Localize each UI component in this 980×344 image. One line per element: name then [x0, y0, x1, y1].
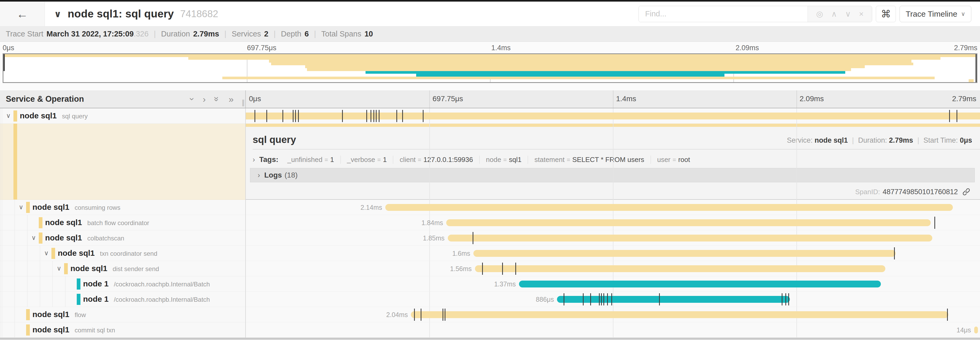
- minimap-tick-label: 1.4ms: [491, 44, 511, 52]
- log-marker: [782, 293, 783, 306]
- log-marker: [949, 110, 950, 122]
- minimap-row: [3, 68, 977, 71]
- span-bar[interactable]: [557, 296, 790, 303]
- summary-label: Depth: [281, 30, 301, 38]
- tree-depth-guide: [2, 276, 2, 291]
- tree-row-dist-sender-send[interactable]: ∨node sql1dist sender send: [0, 261, 245, 276]
- find-prev-icon[interactable]: ∧: [831, 9, 837, 19]
- tree-row-consuming-rows[interactable]: ∨node sql1consuming rows: [0, 200, 245, 215]
- span-color-bar: [26, 309, 30, 320]
- expand-all-icon[interactable]: »: [229, 94, 234, 104]
- locate-icon[interactable]: ◎: [816, 9, 823, 19]
- tree-row--cockroach-roachpb-internal-batch[interactable]: node 1/cockroach.roachpb.Internal/Batch: [0, 292, 245, 307]
- span-service-name: node sql1colbatchscan: [45, 233, 124, 242]
- span-bar[interactable]: [519, 281, 881, 288]
- tags-row[interactable]: › Tags: _unfinished=1_verbose=1client=12…: [253, 153, 975, 166]
- minimap-row: [3, 60, 977, 62]
- span-operation-name: consuming rows: [75, 204, 120, 211]
- separator: |: [852, 136, 854, 144]
- link-icon[interactable]: [962, 187, 970, 196]
- keyboard-shortcuts-button[interactable]: ⌘: [876, 6, 896, 22]
- summary-value: 6: [305, 30, 309, 38]
- tree-depth-guide: [65, 276, 65, 291]
- log-marker: [366, 110, 367, 122]
- find-next-icon[interactable]: ∨: [845, 9, 851, 19]
- span-color-bar: [13, 110, 17, 122]
- log-marker: [659, 293, 660, 306]
- minimap-span-bar: [3, 54, 977, 57]
- detail-divider: [253, 149, 980, 150]
- span-id-value: 4877749850101760812: [883, 188, 958, 196]
- tree-row-txn-coordinator-send[interactable]: ∨node sql1txn coordinator send: [0, 246, 245, 261]
- span-color-bar: [64, 263, 68, 274]
- span-operation-name: flow: [75, 311, 86, 318]
- tree-row-sql-query[interactable]: ∨node sql1sql query: [0, 108, 245, 124]
- timeline-row-4[interactable]: 1.6ms: [246, 246, 980, 261]
- log-marker: [563, 293, 564, 306]
- log-marker: [515, 262, 516, 275]
- trace-header: ← ∨ node sql1: sql query 7418682 ◎ ∧ ∨ ×…: [0, 2, 980, 26]
- span-bar[interactable]: [385, 204, 953, 211]
- column-resize-handle[interactable]: ∥: [242, 99, 245, 107]
- tag-item: node=sql1: [479, 156, 528, 164]
- log-marker: [442, 309, 443, 321]
- span-bar[interactable]: [475, 265, 885, 272]
- timeline-row-9[interactable]: 14μs: [246, 322, 980, 338]
- back-button[interactable]: ←: [0, 2, 45, 26]
- minimap-row: [3, 71, 977, 74]
- collapse-all-icon[interactable]: »: [213, 97, 222, 102]
- timeline-row-6[interactable]: 1.37ms: [246, 276, 980, 292]
- log-marker: [482, 262, 483, 275]
- tree-depth-guide: [52, 292, 53, 307]
- span-operation-name: batch flow coordinator: [87, 219, 149, 226]
- chevron-down-icon[interactable]: ∨: [31, 234, 36, 242]
- tree-row--cockroach-roachpb-internal-batch[interactable]: node 1/cockroach.roachpb.Internal/Batch: [0, 276, 245, 292]
- span-service-name: node 1/cockroach.roachpb.Internal/Batch: [83, 294, 210, 304]
- span-bar[interactable]: [446, 219, 931, 226]
- chevron-down-icon[interactable]: ∨: [44, 250, 49, 257]
- span-bar[interactable]: [974, 326, 978, 333]
- span-bar[interactable]: [246, 112, 980, 119]
- timeline-row-7[interactable]: 886μs: [246, 292, 980, 307]
- tree-row-commit-sql-txn[interactable]: node sql1commit sql txn: [0, 322, 245, 338]
- minimap-drag-handle-left[interactable]: [3, 54, 5, 71]
- minimap-span-bar: [366, 71, 845, 74]
- chevron-down-icon: ∨: [961, 11, 965, 18]
- timeline-row-1[interactable]: 2.14ms: [246, 200, 980, 215]
- log-marker: [421, 309, 422, 321]
- span-bar[interactable]: [473, 250, 896, 257]
- minimap-drag-handle-right[interactable]: [975, 54, 977, 82]
- chevron-down-icon[interactable]: ∨: [6, 112, 11, 119]
- tree-row-flow[interactable]: node sql1flow: [0, 307, 245, 322]
- header-gridline: [613, 90, 613, 108]
- minimap-span-bar: [271, 62, 913, 66]
- span-tree-panel: ∨node sql1sql query∨node sql1consuming r…: [0, 108, 245, 338]
- tag-item: client=127.0.0.1:59936: [393, 156, 479, 164]
- expand-one-icon[interactable]: ›: [203, 94, 206, 104]
- summary-label: Services: [232, 30, 261, 38]
- equals-sign: =: [377, 157, 380, 163]
- chevron-down-icon[interactable]: ∨: [57, 265, 62, 272]
- timeline-row-2[interactable]: 1.84ms: [246, 215, 980, 230]
- minimap-span-bar: [416, 74, 725, 77]
- tree-depth-guide: [14, 292, 15, 307]
- tree-row-batch-flow-coordinator[interactable]: node sql1batch flow coordinator: [0, 215, 245, 230]
- chevron-down-icon[interactable]: ∨: [19, 203, 24, 211]
- timeline-row-0[interactable]: [246, 108, 980, 124]
- collapse-one-icon[interactable]: ›: [188, 98, 197, 101]
- find-input[interactable]: [639, 6, 808, 22]
- minimap-canvas[interactable]: [3, 53, 977, 83]
- tag-value: 127.0.0.1:59936: [423, 156, 473, 163]
- tree-depth-guide: [27, 276, 27, 291]
- collapse-trace-chevron-icon[interactable]: ∨: [54, 9, 62, 19]
- trace-view-selector[interactable]: Trace Timeline ∨: [900, 6, 971, 22]
- span-bar[interactable]: [411, 311, 948, 318]
- find-clear-icon[interactable]: ×: [859, 10, 864, 19]
- timeline-row-3[interactable]: 1.85ms: [246, 230, 980, 246]
- logs-row[interactable]: › Logs (18): [250, 168, 975, 182]
- timeline-row-8[interactable]: 2.04ms: [246, 307, 980, 322]
- tag-value: SELECT * FROM users: [572, 156, 644, 163]
- tree-row-colbatchscan[interactable]: ∨node sql1colbatchscan: [0, 230, 245, 246]
- span-bar[interactable]: [448, 235, 932, 242]
- timeline-row-5[interactable]: 1.56ms: [246, 261, 980, 276]
